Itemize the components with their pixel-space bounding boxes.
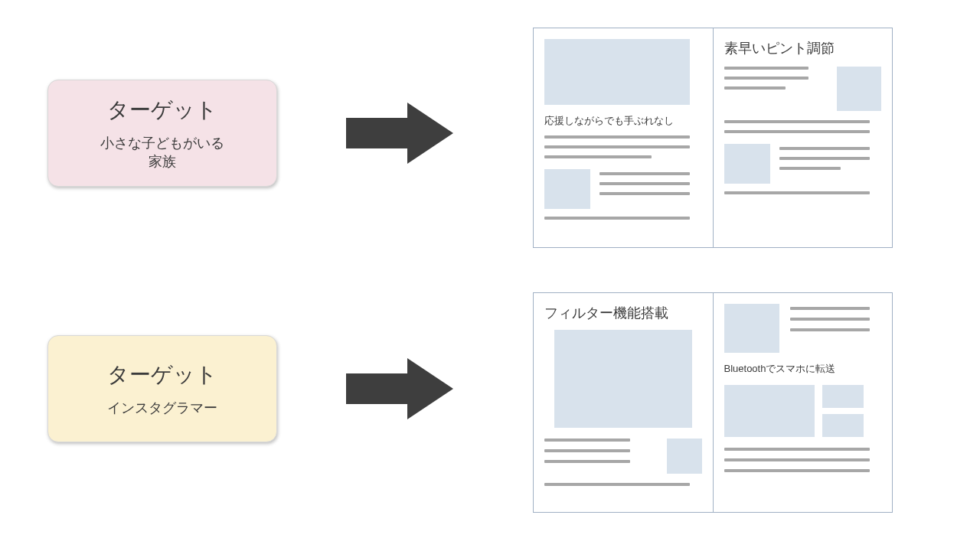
image-placeholder (724, 144, 770, 184)
text-line (599, 192, 690, 195)
text-line (544, 155, 652, 158)
target-title: ターゲット (107, 360, 217, 390)
text-line (724, 120, 870, 123)
arrow-icon (346, 358, 453, 419)
image-placeholder (724, 304, 779, 353)
brochure-page-right: 素早いピント調節 (714, 28, 893, 247)
brochure-spread-instagram: フィルター機能搭載 Bluetoothでスマホに転送 (533, 292, 893, 513)
text-line (544, 449, 630, 452)
text-line (724, 448, 870, 451)
text-line (724, 86, 786, 90)
svg-marker-1 (346, 358, 453, 419)
image-placeholder (544, 169, 590, 209)
svg-marker-0 (346, 103, 453, 164)
arrow-icon (346, 103, 453, 164)
target-subtitle: 小さな子どもがいる 家族 (100, 134, 224, 171)
image-placeholder (544, 39, 690, 105)
text-line (724, 458, 870, 461)
text-line (724, 77, 808, 80)
page-heading: 素早いピント調節 (724, 39, 882, 57)
text-line (790, 307, 870, 310)
text-line (544, 145, 690, 148)
image-placeholder (724, 385, 815, 437)
page-caption: 応援しながらでも手ぶれなし (544, 114, 702, 128)
page-caption: Bluetoothでスマホに転送 (724, 362, 882, 376)
page-heading: フィルター機能搭載 (544, 304, 702, 322)
target-subtitle: インスタグラマー (107, 399, 217, 417)
text-line (790, 328, 870, 331)
text-line (544, 439, 630, 442)
text-line (544, 460, 630, 463)
text-line (779, 157, 870, 160)
image-placeholder (667, 439, 702, 474)
text-line (724, 469, 870, 472)
text-line (779, 147, 870, 150)
image-placeholder (822, 385, 864, 408)
text-line (544, 135, 690, 139)
image-placeholder (822, 414, 864, 437)
text-line (544, 217, 690, 220)
text-line (724, 67, 808, 70)
brochure-page-left: フィルター機能搭載 (534, 293, 714, 512)
brochure-spread-family: 応援しながらでも手ぶれなし 素早いピント調節 (533, 28, 893, 248)
image-placeholder (554, 330, 692, 428)
image-placeholder (837, 67, 881, 111)
text-line (779, 167, 841, 170)
text-line (724, 130, 870, 133)
target-box-instagram: ターゲット インスタグラマー (47, 335, 277, 442)
brochure-page-right: Bluetoothでスマホに転送 (714, 293, 893, 512)
text-line (724, 191, 870, 194)
target-title: ターゲット (107, 96, 217, 125)
text-line (544, 483, 690, 486)
text-line (599, 182, 690, 185)
target-box-family: ターゲット 小さな子どもがいる 家族 (47, 80, 277, 187)
text-line (790, 318, 870, 321)
text-line (599, 172, 690, 175)
brochure-page-left: 応援しながらでも手ぶれなし (534, 28, 714, 247)
